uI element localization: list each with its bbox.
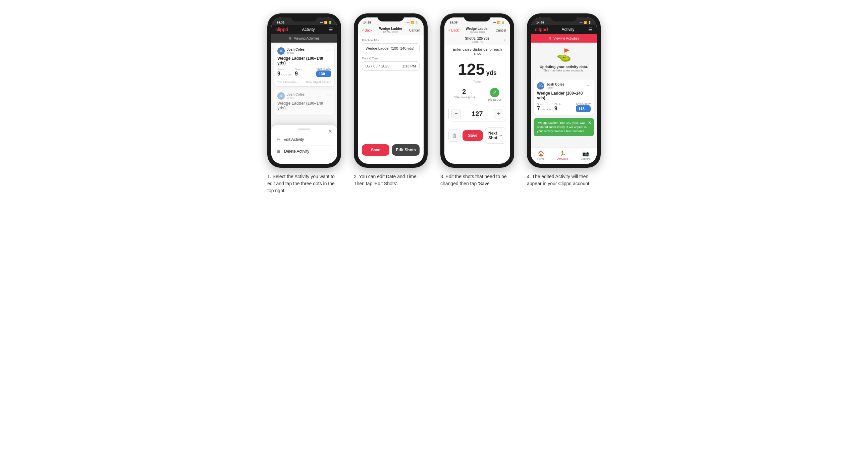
shot-nav: ← Shot 6, 125 yds Score 7/9 → — [444, 35, 510, 44]
shots-stat-4: Shots 9 — [554, 103, 561, 112]
capture-label: Capture — [581, 157, 590, 160]
more-dots-2[interactable]: ··· — [327, 93, 331, 99]
banner-text: "Wedge Ladder (100–140 yds)" was updated… — [537, 121, 587, 133]
delete-activity-item[interactable]: 🗑 Delete Activity — [277, 146, 332, 157]
nav-home[interactable]: 🏠 Home — [537, 150, 544, 160]
card-title-1: Wedge Ladder (100–140 yds) — [277, 56, 331, 65]
phone-frame-1: 14:38 ▪▪▪ 📶 🔋 clippd Activity ☰ ⚙ Vi — [267, 13, 341, 168]
signal-icon: ▪▪▪ — [320, 21, 323, 24]
next-shot-nav-btn[interactable]: → — [501, 37, 506, 43]
filter-icon-1: ⚙ — [289, 37, 292, 40]
cancel-btn-3[interactable]: Cancel — [496, 29, 506, 32]
card-footer-1: Test Information Data: Clippd Capture — [277, 79, 331, 84]
nav-capture[interactable]: 📷 Capture — [581, 150, 590, 160]
viewing-bar-1: ⚙ Viewing Activities — [271, 34, 337, 42]
shot-info: Shot 6, 125 yds Score 7/9 — [465, 37, 490, 43]
activities-icon: 🏃 — [559, 150, 566, 157]
shots-label-4: Shots — [554, 103, 561, 106]
bottom-nav-4: 🏠 Home 🏃 Activities 📷 Capture — [531, 147, 597, 164]
shot-score: Score 7/9 — [465, 40, 490, 43]
phone-frame-4: 14:38 ▪▪▪ 📶 🔋 clippd Activity ☰ ⚙ Vi — [527, 13, 601, 168]
filter-icon-4: ⚙ — [548, 37, 551, 40]
quality-stat-4: Shot Quality 118 — [576, 102, 591, 112]
card-stats-1: Score 9 OUT OF Shots 9 Shot Quality — [277, 67, 331, 77]
delete-shot-btn[interactable]: 🗑 — [448, 129, 461, 142]
score-stat-4: Score 7 OUT OF — [537, 103, 551, 112]
back-btn-2[interactable]: < Back — [362, 29, 372, 32]
activities-label: Activities — [557, 157, 568, 160]
more-dots-4[interactable]: ··· — [587, 83, 591, 89]
phone-4: 14:38 ▪▪▪ 📶 🔋 clippd Activity ☰ ⚙ Vi — [525, 13, 602, 187]
screen-3: 14:39 ▪▪▪ 📶 🔋 < Back Wedge Ladder 06 Mar… — [444, 18, 510, 164]
activity-card-4[interactable]: JC Josh Coles Today ··· Wedge Ladder (10… — [534, 80, 594, 115]
notch-1 — [291, 13, 318, 22]
bottom-sheet-1: ✕ ✏ Edit Activity 🗑 Delete Activity — [271, 125, 337, 164]
edit-shots-btn[interactable]: Edit Shots — [392, 144, 420, 156]
success-banner: ✕ "Wedge Ladder (100–140 yds)" was updat… — [534, 118, 594, 136]
user-date-2: Today — [287, 96, 305, 99]
phone-frame-2: 14:38 ▪▪▪ 📶 🔋 < Back Wedge Ladder 06 Mar… — [354, 13, 428, 168]
menu-icon-1[interactable]: ☰ — [329, 27, 333, 32]
decrement-btn[interactable]: − — [452, 109, 461, 118]
edit-activity-item[interactable]: ✏ Edit Activity — [277, 134, 332, 146]
score-label-4: Score — [537, 103, 551, 106]
nav-activities[interactable]: 🏃 Activities — [557, 150, 568, 160]
activity-card-1[interactable]: JC Josh Coles Today ··· Wedge Ladder (10… — [274, 44, 334, 86]
back-btn-3[interactable]: < Back — [448, 29, 459, 32]
card-stats-4: Score 7 OUT OF Shots 9 Shot Quality — [537, 102, 591, 112]
date-time-input[interactable]: 06 / 03 / 2023 1:13 PM — [362, 61, 420, 71]
user-name-1: Josh Coles — [287, 48, 305, 51]
score-label-1: Score — [277, 68, 291, 71]
footer-right-1: Data: Clippd Capture — [306, 81, 331, 84]
notch-2 — [377, 13, 404, 22]
user-info-1: JC Josh Coles Today — [277, 47, 305, 55]
increment-btn[interactable]: + — [494, 109, 503, 118]
score-stat: Score 9 OUT OF — [277, 68, 291, 77]
card-title-2: Wedge Ladder (100–140 yds) — [277, 101, 331, 111]
next-shot-btn[interactable]: Next Shot → — [485, 127, 506, 144]
status-icons-1: ▪▪▪ 📶 🔋 — [320, 21, 332, 24]
user-info-2: JC Josh Coles Today — [277, 92, 305, 100]
banner-close-icon[interactable]: ✕ — [588, 120, 591, 126]
nav-sub-2: 06 Mar 2023 — [379, 31, 402, 34]
shots-stat: Shots 9 — [295, 68, 302, 77]
time-4: 14:38 — [536, 21, 544, 24]
diff-value: 2 — [454, 88, 474, 96]
home-label: Home — [537, 157, 544, 160]
wifi-icon: 📶 — [324, 21, 327, 24]
more-dots-1[interactable]: ··· — [327, 48, 331, 54]
phone-frame-3: 14:39 ▪▪▪ 📶 🔋 < Back Wedge Ladder 06 Mar… — [440, 13, 514, 168]
distance-unit: yds — [486, 69, 497, 76]
wifi-icon-3: 📶 — [497, 21, 500, 24]
shot-distance-display: 125 yds — [444, 57, 510, 80]
status-icons-4: ▪▪▪ 📶 🔋 — [580, 21, 591, 24]
shot-input-value[interactable]: 127 — [464, 110, 491, 118]
shots-val-1: 9 — [295, 71, 302, 77]
diff-label: Difference (yds) — [454, 96, 474, 99]
hit-target-label: Hit Target — [488, 98, 501, 101]
distance-value: 125 — [458, 60, 485, 78]
action-row-3: 🗑 Save Next Shot → — [444, 125, 510, 146]
viewing-label-1: Viewing Activities — [294, 37, 320, 40]
save-shot-btn[interactable]: Save — [463, 130, 483, 141]
date-time-section: Date & Time 06 / 03 / 2023 1:13 PM — [358, 57, 424, 74]
updating-section: ⛳ Updating your activity data. This may … — [531, 42, 597, 77]
cancel-btn-2[interactable]: Cancel — [409, 29, 420, 32]
user-info-4: JC Josh Coles Today — [537, 82, 564, 90]
activity-card-2[interactable]: JC Josh Coles Today ··· Wedge Ladder (10… — [274, 90, 334, 115]
sheet-close-icon[interactable]: ✕ — [328, 128, 332, 134]
score-val-4: 7 — [537, 106, 540, 112]
nav-bar-2: < Back Wedge Ladder 06 Mar 2023 Cancel — [358, 25, 424, 35]
user-date-1: Today — [287, 51, 305, 54]
user-name-4: Josh Coles — [546, 83, 564, 86]
prev-shot-btn[interactable]: ← — [448, 37, 454, 43]
practice-title-input[interactable]: Wedge Ladder (100–140 yds) — [362, 43, 420, 53]
menu-icon-4[interactable]: ☰ — [588, 27, 593, 32]
caption-2: 2. You can edit Date and Time. Then tap … — [354, 173, 428, 187]
save-btn-2[interactable]: Save — [362, 144, 390, 156]
signal-icon-3: ▪▪▪ — [493, 21, 496, 24]
user-meta-1: Josh Coles Today — [287, 48, 305, 54]
card-title-4: Wedge Ladder (100–140 yds) — [537, 91, 591, 100]
caption-4: 4. The edited Activity will then appear … — [527, 173, 601, 187]
avatar-4: JC — [537, 82, 544, 90]
